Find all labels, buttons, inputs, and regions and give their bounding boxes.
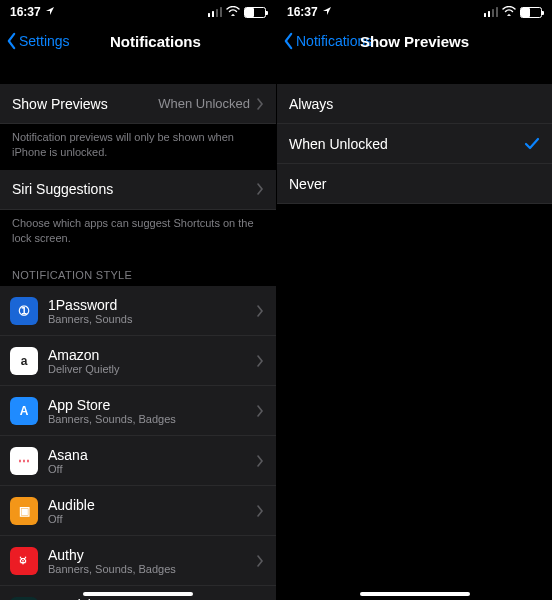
checkmark-icon xyxy=(524,137,540,151)
chevron-right-icon xyxy=(256,405,264,417)
app-subtitle: Off xyxy=(48,513,95,526)
siri-suggestions-footer: Choose which apps can suggest Shortcuts … xyxy=(0,210,276,256)
app-icon: a xyxy=(10,347,38,375)
cellular-icon xyxy=(208,7,223,17)
preview-options-list: AlwaysWhen UnlockedNever xyxy=(277,84,552,204)
preview-option[interactable]: Never xyxy=(277,164,552,204)
back-label: Notifications xyxy=(296,33,372,49)
status-time: 16:37 xyxy=(287,5,318,19)
chevron-right-icon xyxy=(256,183,264,195)
show-previews-row[interactable]: Show Previews When Unlocked xyxy=(0,84,276,124)
preview-option[interactable]: When Unlocked xyxy=(277,124,552,164)
location-icon xyxy=(322,5,332,19)
show-previews-label: Show Previews xyxy=(12,96,108,112)
app-subtitle: Deliver Quietly xyxy=(48,363,120,376)
app-icon: A xyxy=(10,397,38,425)
app-name: Authy xyxy=(48,547,176,563)
status-bar: 16:37 xyxy=(0,0,276,24)
wifi-icon xyxy=(226,5,240,19)
app-list: ➀1PasswordBanners, SoundsaAmazonDeliver … xyxy=(0,286,276,600)
app-subtitle: Banners, Sounds, Badges xyxy=(48,563,176,576)
app-subtitle: Banners, Sounds xyxy=(48,313,132,326)
app-icon: థ xyxy=(10,547,38,575)
battery-icon xyxy=(244,7,266,18)
app-name: Amazon xyxy=(48,347,120,363)
option-label: Always xyxy=(289,96,333,112)
app-row[interactable]: థAuthyBanners, Sounds, Badges xyxy=(0,536,276,586)
app-row[interactable]: ▣AudibleOff xyxy=(0,486,276,536)
chevron-right-icon xyxy=(256,98,264,110)
location-icon xyxy=(45,5,55,19)
app-icon: ⋯ xyxy=(10,447,38,475)
preview-option[interactable]: Always xyxy=(277,84,552,124)
chevron-right-icon xyxy=(256,305,264,317)
status-time: 16:37 xyxy=(10,5,41,19)
nav-bar: Notifications Show Previews xyxy=(277,24,552,58)
siri-suggestions-label: Siri Suggestions xyxy=(12,181,113,197)
cellular-icon xyxy=(484,7,499,17)
app-name: Bandsintown xyxy=(48,597,128,601)
app-subtitle: Off xyxy=(48,463,88,476)
siri-suggestions-row[interactable]: Siri Suggestions xyxy=(0,170,276,210)
chevron-right-icon xyxy=(256,505,264,517)
back-button[interactable]: Settings xyxy=(6,32,70,50)
back-button[interactable]: Notifications xyxy=(283,32,372,50)
app-row[interactable]: AApp StoreBanners, Sounds, Badges xyxy=(0,386,276,436)
wifi-icon xyxy=(502,5,516,19)
chevron-right-icon xyxy=(256,355,264,367)
app-icon: ▣ xyxy=(10,497,38,525)
back-label: Settings xyxy=(19,33,70,49)
nav-bar: Settings Notifications xyxy=(0,24,276,58)
chevron-right-icon xyxy=(256,555,264,567)
show-previews-footer: Notification previews will only be shown… xyxy=(0,124,276,170)
home-indicator[interactable] xyxy=(83,592,193,596)
notification-style-header: NOTIFICATION STYLE xyxy=(0,255,276,286)
status-bar: 16:37 xyxy=(277,0,552,24)
chevron-right-icon xyxy=(256,455,264,467)
app-row[interactable]: ⋯AsanaOff xyxy=(0,436,276,486)
screen-notifications: 16:37 Settings Notifications Show Previe… xyxy=(0,0,276,600)
screen-show-previews: 16:37 Notifications Show Previews Always… xyxy=(276,0,552,600)
show-previews-value: When Unlocked xyxy=(158,96,250,111)
app-name: 1Password xyxy=(48,297,132,313)
app-row[interactable]: aAmazonDeliver Quietly xyxy=(0,336,276,386)
app-subtitle: Banners, Sounds, Badges xyxy=(48,413,176,426)
app-name: Audible xyxy=(48,497,95,513)
app-row[interactable]: ➀1PasswordBanners, Sounds xyxy=(0,286,276,336)
app-name: App Store xyxy=(48,397,176,413)
home-indicator[interactable] xyxy=(360,592,470,596)
option-label: Never xyxy=(289,176,326,192)
app-icon: ➀ xyxy=(10,297,38,325)
option-label: When Unlocked xyxy=(289,136,388,152)
battery-icon xyxy=(520,7,542,18)
app-name: Asana xyxy=(48,447,88,463)
